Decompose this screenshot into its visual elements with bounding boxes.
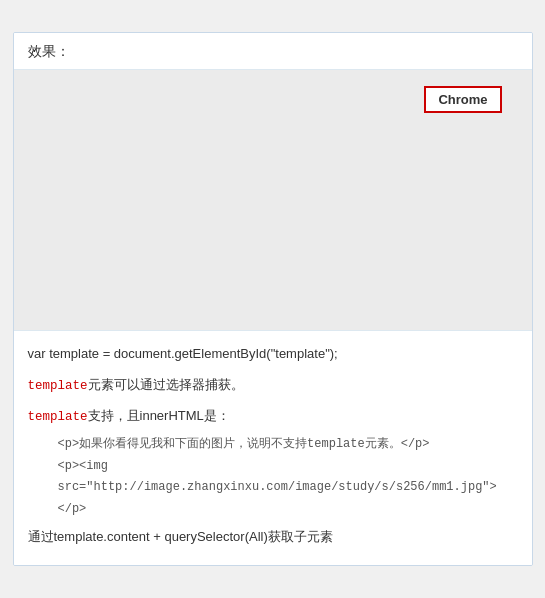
code-text-2: 元素可以通过选择器捕获。 — [88, 377, 244, 392]
code-block-line1: <p>如果你看得见我和下面的图片，说明不支持template元素。</p> — [58, 434, 518, 456]
code-line-2: template元素可以通过选择器捕获。 — [28, 374, 518, 397]
main-container: 效果： Chrome var template = document.getEl… — [13, 32, 533, 565]
code-line-1: var template = document.getElementById("… — [28, 343, 518, 365]
demo-area: Chrome — [14, 70, 532, 330]
header-title: 效果： — [28, 43, 70, 59]
code-template-2: template — [28, 410, 88, 424]
chrome-button[interactable]: Chrome — [424, 86, 501, 113]
code-text-1: var template = document.getElementById("… — [28, 346, 338, 361]
code-section: var template = document.getElementById("… — [14, 330, 532, 564]
code-text-3: 支持，且innerHTML是： — [88, 408, 230, 423]
code-line-3: template支持，且innerHTML是： — [28, 405, 518, 428]
section-header: 效果： — [14, 33, 532, 70]
bottom-line: 通过template.content + querySelector(All)获… — [28, 526, 518, 548]
code-template-1: template — [28, 379, 88, 393]
code-block: <p>如果你看得见我和下面的图片，说明不支持template元素。</p> <p… — [58, 434, 518, 520]
code-block-line2: <p><img src="http://image.zhangxinxu.com… — [58, 456, 518, 521]
